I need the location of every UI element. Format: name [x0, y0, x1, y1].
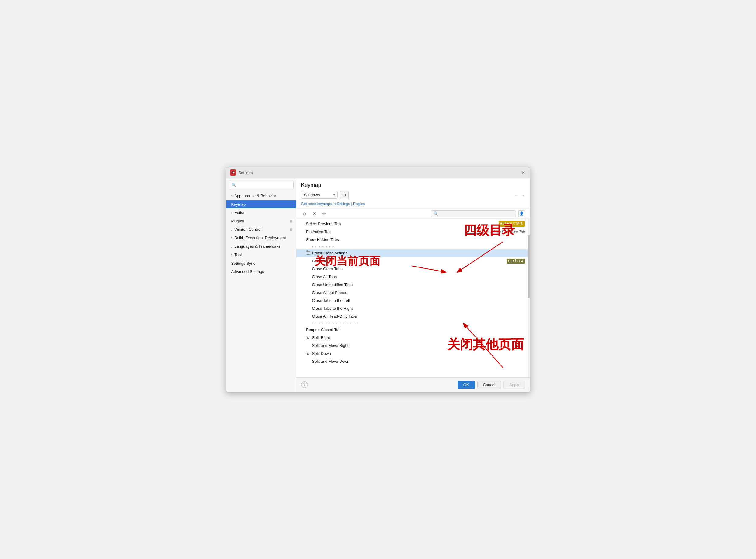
toolbar: ◇ ✕ ✏ 🔍 👤 [296, 209, 530, 219]
item-label: Select Previous Tab [306, 222, 499, 226]
list-item[interactable]: Split and Move Down [296, 358, 530, 365]
item-label: Close Unmodified Tabs [312, 283, 525, 287]
item-label: Close All Tabs [312, 274, 525, 279]
list-item[interactable]: Split and Move Right [296, 342, 530, 350]
list-item-folder[interactable]: ⊡ Split Right [296, 334, 530, 342]
folder-icon [306, 251, 310, 255]
list-item[interactable]: Select Previous Tab Alt+向左箭头 [296, 220, 530, 228]
list-separator: - - - - - - - [296, 244, 530, 249]
item-label: Editor Close Actions [312, 251, 525, 255]
back-icon[interactable]: ← [515, 193, 519, 198]
sidebar-item-label: Editor [234, 210, 245, 215]
item-label: Close All but Pinned [312, 290, 525, 295]
bottom-bar: ? OK Cancel Apply [296, 377, 530, 392]
panel-header: Keymap Windows ▾ ⚙ ← → Get more keymaps … [296, 178, 530, 209]
sidebar-item-editor[interactable]: Editor [226, 208, 296, 217]
sidebar-item-label: Tools [234, 252, 244, 257]
close-button[interactable]: ✕ [520, 170, 526, 176]
list-item[interactable]: Close Tabs to the Left [296, 297, 530, 305]
item-label: Close Other Tabs [312, 267, 525, 271]
scheme-label: Windows [304, 193, 320, 197]
list-item[interactable]: Show Hidden Tabs [296, 236, 530, 244]
scrollbar-track [528, 219, 530, 377]
sidebar-item-appearance[interactable]: Appearance & Behavior [226, 192, 296, 200]
sidebar-item-label: Languages & Frameworks [234, 244, 280, 249]
sidebar-item-label: Build, Execution, Deployment [234, 236, 286, 240]
cancel-button[interactable]: Cancel [477, 381, 501, 389]
sidebar-item-version-control[interactable]: Version Control ▦ [226, 225, 296, 234]
sidebar-item-advanced[interactable]: Advanced Settings [226, 267, 296, 276]
window-title: Settings [238, 171, 253, 175]
person-icon[interactable]: 👤 [519, 210, 525, 217]
list-item[interactable]: Close All Tabs [296, 273, 530, 281]
inherited-label: inherited from Pin Active Tab [478, 230, 525, 234]
keymap-controls: Windows ▾ ⚙ ← → [301, 191, 525, 199]
gear-button[interactable]: ⚙ [340, 191, 349, 199]
right-panel: Keymap Windows ▾ ⚙ ← → Get more keymaps … [296, 178, 530, 392]
apply-button[interactable]: Apply [504, 381, 525, 389]
help-button[interactable]: ? [301, 381, 308, 388]
item-label: Split Down [312, 351, 525, 356]
edit-button[interactable]: ✏ [321, 210, 328, 217]
list-item[interactable]: Reopen Closed Tab [296, 326, 530, 334]
list-item[interactable]: Close Tabs to the Right [296, 305, 530, 313]
item-label: Close Tab [312, 259, 506, 263]
main-content: 🔍 Appearance & Behavior Keymap Editor Pl… [226, 178, 530, 392]
sidebar-item-plugins[interactable]: Plugins ▦ [226, 217, 296, 225]
list-item[interactable]: Close Tab Ctrl+F4 [296, 257, 530, 265]
list-separator: - - - - - - - - - - - - - - [296, 320, 530, 326]
diamond-button[interactable]: ◇ [301, 210, 308, 217]
list-item-folder[interactable]: ⊟ Split Down [296, 350, 530, 358]
sidebar-item-tools[interactable]: Tools [226, 251, 296, 259]
links-row: Get more keymaps in Settings | Plugins [301, 202, 525, 206]
sidebar-item-label: Plugins [231, 219, 244, 223]
sidebar-item-label: Advanced Settings [231, 269, 264, 274]
item-shortcut: Ctrl+F4 [506, 259, 525, 264]
list-item-folder[interactable]: Editor Close Actions [296, 249, 530, 257]
plugins-link[interactable]: Plugins [353, 202, 365, 206]
split-icon: ⊟ [306, 352, 310, 355]
list-item[interactable]: Close All Read-Only Tabs [296, 313, 530, 320]
ok-button[interactable]: OK [458, 381, 475, 389]
item-label: Reopen Closed Tab [306, 328, 525, 332]
sidebar-item-label: Settings Sync [231, 261, 255, 266]
plugin-icon: ▦ [290, 219, 292, 223]
item-label: Pin Active Tab [306, 229, 478, 234]
list-item[interactable]: Close Other Tabs [296, 265, 530, 273]
search-icon: 🔍 [231, 183, 236, 187]
settings-link[interactable]: Get more keymaps in Settings [301, 202, 350, 206]
list-item[interactable]: Close Unmodified Tabs [296, 281, 530, 289]
sidebar-search-box[interactable]: 🔍 [229, 181, 294, 189]
item-label: Split and Move Down [312, 359, 525, 364]
list-item[interactable]: Pin Active Tab inherited from Pin Active… [296, 228, 530, 236]
toolbar-search-box[interactable]: 🔍 [431, 210, 516, 217]
item-shortcut: Alt+向左箭头 [499, 221, 525, 227]
bottom-right: OK Cancel Apply [458, 381, 525, 389]
item-label: Split and Move Right [312, 343, 525, 348]
remove-button[interactable]: ✕ [311, 210, 318, 217]
list-item[interactable]: Close All but Pinned [296, 289, 530, 297]
sidebar-search-input[interactable] [237, 183, 291, 187]
sidebar-item-languages[interactable]: Languages & Frameworks [226, 242, 296, 251]
list-container: Select Previous Tab Alt+向左箭头 Pin Active … [296, 219, 530, 377]
scrollbar-thumb[interactable] [528, 234, 530, 298]
keymap-list[interactable]: Select Previous Tab Alt+向左箭头 Pin Active … [296, 219, 530, 367]
keymap-scheme-dropdown[interactable]: Windows ▾ [301, 191, 338, 199]
sidebar-item-keymap[interactable]: Keymap [226, 200, 296, 208]
sidebar-item-build[interactable]: Build, Execution, Deployment [226, 234, 296, 242]
search-icon: 🔍 [434, 211, 438, 216]
titlebar: JB Settings ✕ [226, 167, 530, 178]
forward-icon[interactable]: → [521, 193, 525, 198]
sidebar-item-sync[interactable]: Settings Sync [226, 259, 296, 267]
toolbar-search-input[interactable] [439, 211, 513, 216]
plugin-icon2: ▦ [290, 228, 292, 231]
chevron-down-icon: ▾ [334, 193, 335, 197]
sidebar: 🔍 Appearance & Behavior Keymap Editor Pl… [226, 178, 296, 392]
sidebar-item-label: Keymap [231, 202, 246, 207]
bottom-left: ? [301, 381, 308, 388]
app-icon: JB [230, 170, 236, 176]
item-label: Close Tabs to the Left [312, 298, 525, 303]
settings-window: JB Settings ✕ 🔍 Appearance & Behavior Ke… [226, 167, 530, 392]
item-label: Close Tabs to the Right [312, 306, 525, 311]
item-label: Show Hidden Tabs [306, 237, 525, 242]
